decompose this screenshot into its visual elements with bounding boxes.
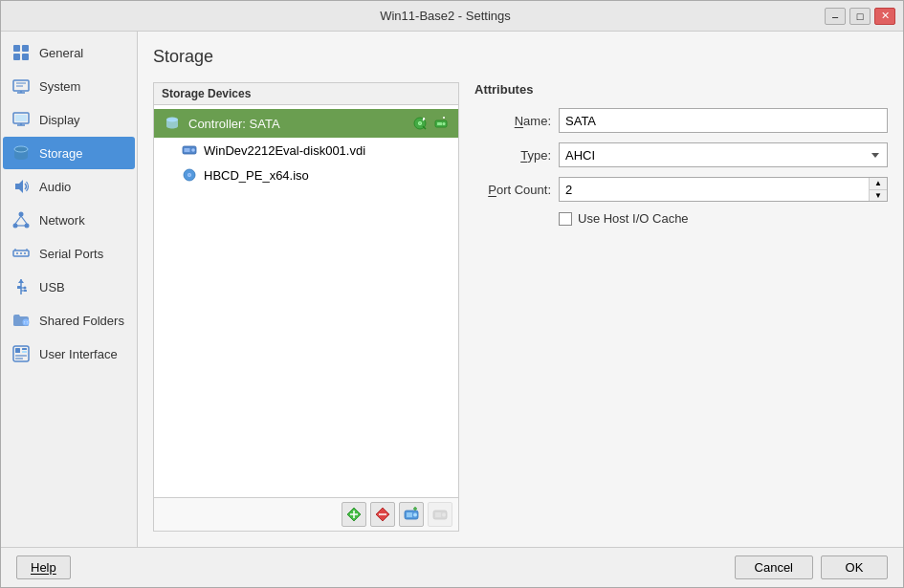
minimize-button[interactable]: –: [825, 8, 846, 25]
two-pane: Storage Devices Controller:: [153, 82, 888, 532]
usb-icon: [11, 276, 32, 297]
storage-devices-header: Storage Devices: [154, 83, 458, 105]
sidebar-item-storage[interactable]: Storage: [3, 137, 135, 169]
type-label: Type:: [474, 148, 551, 163]
controller-icon: [162, 113, 183, 134]
name-row: Name:: [474, 108, 888, 133]
remove-disk-button[interactable]: [428, 502, 452, 527]
svg-rect-2: [13, 54, 20, 60]
hdd-icon: [181, 142, 198, 159]
sidebar-shared-folders-label: Shared Folders: [39, 314, 124, 328]
svg-point-46: [419, 122, 421, 124]
type-select[interactable]: AHCI: [559, 142, 888, 167]
content-area: Storage Storage Devices: [138, 32, 903, 547]
svg-rect-0: [13, 45, 20, 52]
svg-rect-12: [15, 115, 27, 121]
sidebar-item-general[interactable]: General: [3, 36, 135, 69]
port-count-buttons: ▲ ▼: [869, 178, 887, 201]
audio-icon: [11, 176, 32, 197]
serial-ports-icon: [11, 243, 32, 264]
port-count-up-button[interactable]: ▲: [870, 178, 887, 190]
type-value: AHCI: [565, 148, 595, 163]
svg-rect-39: [22, 348, 27, 350]
controller-label: Controller: SATA: [188, 117, 405, 131]
sidebar-item-serial-ports[interactable]: Serial Ports: [3, 237, 135, 270]
port-count-value: 2: [560, 181, 869, 199]
cancel-button[interactable]: Cancel: [735, 555, 813, 579]
sidebar-usb-label: USB: [39, 280, 65, 294]
svg-point-58: [191, 148, 195, 152]
svg-rect-57: [185, 148, 190, 152]
action-buttons: Cancel OK: [735, 555, 888, 579]
close-button[interactable]: ✕: [874, 8, 895, 25]
remove-controller-button[interactable]: [370, 502, 395, 527]
port-count-spinbox: 2 ▲ ▼: [559, 177, 888, 202]
controller-row[interactable]: Controller: SATA: [154, 109, 458, 138]
window-title: Win11-Base2 - Settings: [66, 9, 825, 23]
page-title: Storage: [153, 47, 888, 67]
svg-marker-29: [18, 279, 24, 283]
ok-button[interactable]: OK: [821, 555, 888, 579]
optical-icon: [181, 166, 198, 184]
svg-point-53: [443, 122, 446, 125]
svg-point-69: [413, 513, 417, 517]
cache-checkbox[interactable]: [559, 212, 572, 226]
svg-rect-68: [407, 512, 412, 517]
sidebar-serial-ports-label: Serial Ports: [39, 247, 103, 261]
disk-row-1[interactable]: HBCD_PE_x64.iso: [154, 163, 458, 187]
sidebar-audio-label: Audio: [39, 180, 71, 194]
svg-point-16: [19, 212, 24, 217]
svg-marker-75: [871, 153, 879, 158]
help-button[interactable]: Help: [16, 555, 71, 579]
sidebar-item-audio[interactable]: Audio: [3, 170, 135, 203]
add-hdd-btn[interactable]: [431, 114, 451, 133]
general-icon: [11, 42, 32, 63]
attributes-pane: Attributes Name: Type:: [474, 82, 888, 532]
sidebar-item-usb[interactable]: USB: [3, 271, 135, 303]
bottom-bar: Help Cancel OK: [1, 547, 903, 587]
name-label: Name:: [474, 114, 551, 128]
sidebar: General System: [1, 32, 138, 547]
sidebar-user-interface-label: User Interface: [39, 347, 118, 361]
svg-point-32: [24, 287, 27, 290]
sidebar-item-user-interface[interactable]: User Interface: [3, 338, 135, 370]
window-body: General System: [1, 32, 903, 587]
add-optical-btn[interactable]: [410, 114, 430, 133]
sidebar-item-system[interactable]: System: [3, 70, 135, 102]
port-count-row: Port Count: 2 ▲ ▼: [474, 177, 888, 202]
svg-marker-15: [15, 180, 23, 193]
disk-row-0[interactable]: WinDev2212Eval-disk001.vdi: [154, 138, 458, 163]
svg-line-19: [15, 216, 21, 224]
svg-rect-1: [22, 45, 29, 52]
name-input[interactable]: [559, 108, 888, 133]
add-disk-button[interactable]: [399, 502, 424, 527]
sidebar-item-shared-folders[interactable]: ↑↑ Shared Folders: [3, 304, 135, 337]
disk-label-0: WinDev2212Eval-disk001.vdi: [204, 143, 365, 158]
svg-point-24: [20, 252, 22, 254]
svg-line-20: [21, 216, 27, 224]
cache-label[interactable]: Use Host I/O Cache: [578, 211, 689, 226]
add-controller-button[interactable]: [342, 502, 366, 527]
sidebar-system-label: System: [39, 79, 80, 94]
storage-toolbar: [154, 497, 458, 531]
window-controls: – □ ✕: [825, 8, 895, 25]
maximize-button[interactable]: □: [849, 8, 871, 25]
svg-rect-41: [15, 355, 27, 357]
storage-tree: Controller: SATA: [154, 105, 458, 497]
main-content: General System: [1, 32, 903, 547]
sidebar-storage-label: Storage: [39, 146, 83, 161]
cache-row: Use Host I/O Cache: [559, 211, 888, 226]
type-dropdown-icon: [870, 149, 881, 161]
storage-devices-panel: Storage Devices Controller:: [153, 82, 459, 532]
sidebar-item-network[interactable]: Network: [3, 204, 135, 236]
sidebar-display-label: Display: [39, 113, 80, 127]
disk-label-1: HBCD_PE_x64.iso: [204, 168, 309, 183]
port-count-down-button[interactable]: ▼: [870, 190, 887, 202]
svg-text:↑↑: ↑↑: [24, 319, 29, 325]
sidebar-item-display[interactable]: Display: [3, 103, 135, 136]
port-count-label: Port Count:: [474, 183, 551, 197]
title-bar: Win11-Base2 - Settings – □ ✕: [1, 1, 903, 32]
svg-line-47: [423, 126, 426, 129]
svg-point-74: [442, 513, 446, 517]
svg-point-23: [16, 252, 18, 254]
